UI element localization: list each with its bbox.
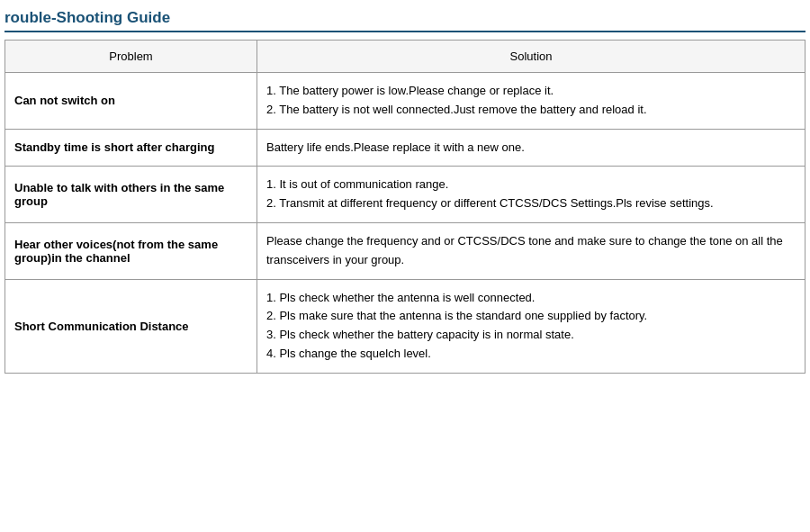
problem-header: Problem (5, 41, 257, 73)
solution-cell: 1. The battery power is low.Please chang… (257, 73, 806, 130)
table-row: Can not switch on1. The battery power is… (5, 73, 806, 130)
table-row: Unable to talk with others in the same g… (5, 167, 806, 223)
solution-cell: 1. It is out of communication range.2. T… (257, 167, 806, 223)
page-title: rouble-Shooting Guide (4, 9, 806, 32)
header-row: Problem Solution (5, 41, 806, 73)
table-header: Problem Solution (5, 41, 806, 73)
page-container: rouble-Shooting Guide Problem Solution C… (0, 0, 810, 383)
table-row: Short Communication Distance1. Pls check… (5, 279, 806, 373)
solution-header: Solution (257, 41, 806, 73)
table-row: Hear other voices(not from the same grou… (5, 222, 806, 279)
solution-cell: Battery life ends.Please replace it with… (257, 129, 806, 167)
table-row: Standby time is short after chargingBatt… (5, 129, 806, 167)
solution-cell: Please change the frequency and or CTCSS… (257, 222, 806, 279)
troubleshooting-table: Problem Solution Can not switch on1. The… (4, 40, 806, 374)
problem-cell: Standby time is short after charging (5, 129, 257, 167)
problem-cell: Unable to talk with others in the same g… (5, 167, 257, 223)
problem-cell: Hear other voices(not from the same grou… (5, 222, 257, 279)
problem-cell: Can not switch on (5, 73, 257, 130)
table-body: Can not switch on1. The battery power is… (5, 73, 806, 374)
solution-cell: 1. Pls check whether the antenna is well… (257, 279, 806, 373)
problem-cell: Short Communication Distance (5, 279, 257, 373)
